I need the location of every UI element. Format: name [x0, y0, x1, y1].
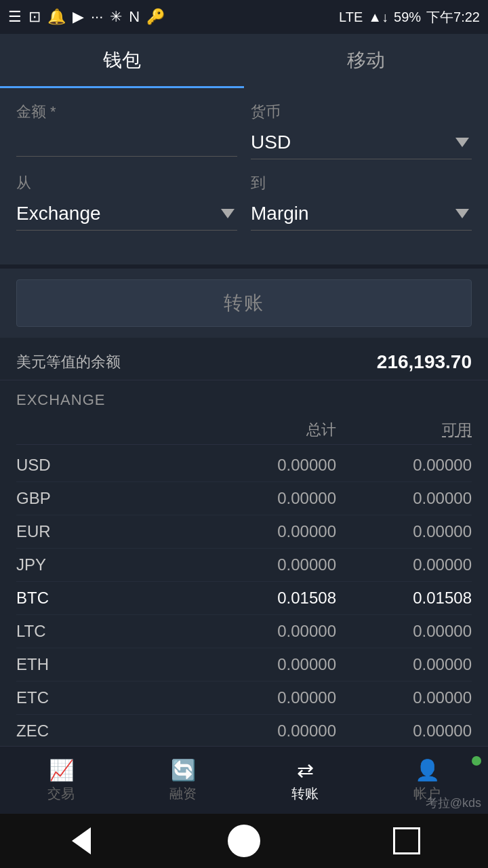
currency-label: 货币 — [251, 102, 472, 122]
to-label: 到 — [251, 173, 472, 193]
table-row: BTC 0.01508 0.01508 — [16, 582, 472, 615]
balance-value: 216,193.70 — [377, 351, 472, 373]
table-row: EUR 0.00000 0.00000 — [16, 515, 472, 549]
status-icon-2: ⊡ — [28, 8, 41, 26]
status-left-icons: ☰ ⊡ 🔔 ▶ ··· ✳ N 🔑 — [8, 8, 165, 26]
cell-available: 0.00000 — [336, 489, 472, 508]
finance-icon: 🔄 — [171, 758, 196, 782]
status-lte: LTE — [339, 9, 363, 25]
from-select[interactable]: Exchange — [16, 197, 237, 231]
amount-field-col: 金额 * — [16, 102, 237, 159]
cell-available: 0.00000 — [336, 688, 472, 707]
status-bar: ☰ ⊡ 🔔 ▶ ··· ✳ N 🔑 LTE ▲↓ 59% 下午7:22 — [0, 0, 488, 34]
back-button[interactable] — [61, 821, 102, 861]
status-battery: 59% — [394, 9, 421, 25]
cell-name: JPY — [16, 555, 201, 574]
home-icon — [228, 825, 260, 857]
cell-total: 0.00000 — [201, 456, 336, 475]
transfer-button-wrap: 转账 — [0, 269, 488, 338]
cell-available: 0.00000 — [336, 456, 472, 475]
status-icon-nfc: N — [129, 8, 140, 26]
account-dot — [472, 756, 481, 766]
status-icon-dots: ··· — [91, 8, 103, 26]
status-icon-send: ▶ — [73, 8, 84, 26]
status-icon-bell: 🔔 — [47, 8, 66, 26]
cell-total: 0.00000 — [201, 722, 336, 741]
account-icon: 👤 — [415, 758, 440, 782]
from-chevron-icon — [221, 209, 235, 218]
cell-name: LTC — [16, 622, 201, 641]
home-button[interactable] — [224, 821, 264, 861]
currency-chevron-icon — [455, 138, 469, 147]
col-header-currency — [16, 420, 201, 440]
to-chevron-icon — [455, 209, 469, 218]
table-row: USD 0.00000 0.00000 — [16, 449, 472, 482]
nav-finance[interactable]: 🔄 融资 — [122, 747, 244, 814]
cell-name: USD — [16, 456, 201, 475]
cell-name: EUR — [16, 522, 201, 541]
cell-total: 0.01508 — [201, 589, 336, 608]
col-header-total: 总计 — [201, 420, 336, 440]
cell-available: 0.00000 — [336, 555, 472, 574]
table-header: 总计 可用 — [16, 416, 472, 445]
cell-available: 0.01508 — [336, 589, 472, 608]
back-icon — [72, 827, 91, 854]
status-icon-bt: ✳ — [110, 8, 122, 26]
from-field-col: 从 Exchange — [16, 173, 237, 231]
to-field-col: 到 Margin — [251, 173, 472, 231]
cell-total: 0.00000 — [201, 622, 336, 641]
amount-input[interactable] — [16, 126, 237, 157]
cell-available: 0.00000 — [336, 655, 472, 674]
table-row: ETH 0.00000 0.00000 — [16, 648, 472, 682]
cell-name: ETH — [16, 655, 201, 674]
cell-name: ZEC — [16, 722, 201, 741]
currency-field-col: 货币 USD — [251, 102, 472, 159]
table-row: ETC 0.00000 0.00000 — [16, 682, 472, 715]
nav-trade[interactable]: 📈 交易 — [0, 747, 122, 814]
balance-section: 美元等值的余额 216,193.70 — [0, 338, 488, 380]
recent-button[interactable] — [386, 821, 427, 861]
transfer-form: 金额 * 货币 USD 从 Exchange — [0, 88, 488, 269]
status-icon-1: ☰ — [8, 8, 22, 26]
cell-total: 0.00000 — [201, 489, 336, 508]
nav-trade-label: 交易 — [47, 785, 75, 803]
table-row: JPY 0.00000 0.00000 — [16, 549, 472, 582]
table-row: ZEC 0.00000 0.00000 — [16, 715, 472, 748]
nav-finance-label: 融资 — [169, 785, 197, 803]
table-row: LTC 0.00000 0.00000 — [16, 615, 472, 648]
cell-available: 0.00000 — [336, 522, 472, 541]
cell-name: GBP — [16, 489, 201, 508]
bottom-nav: 📈 交易 🔄 融资 ⇄ 转账 👤 帐户 — [0, 746, 488, 814]
amount-label: 金额 * — [16, 102, 237, 122]
from-label: 从 — [16, 173, 237, 193]
balance-label: 美元等值的余额 — [16, 352, 121, 372]
transfer-button[interactable]: 转账 — [16, 279, 472, 327]
cell-name: BTC — [16, 589, 201, 608]
status-icon-key: 🔑 — [146, 8, 165, 26]
nav-transfer-label: 转账 — [291, 785, 319, 803]
currency-select[interactable]: USD — [251, 126, 472, 159]
status-signal: ▲↓ — [368, 9, 388, 25]
recent-icon — [393, 827, 420, 854]
status-right-icons: LTE ▲↓ 59% 下午7:22 — [339, 8, 480, 26]
cell-name: ETC — [16, 688, 201, 707]
cell-available: 0.00000 — [336, 622, 472, 641]
tab-wallet[interactable]: 钱包 — [0, 34, 244, 88]
top-tab-bar: 钱包 移动 — [0, 34, 488, 88]
status-time: 下午7:22 — [426, 8, 480, 26]
system-nav — [0, 814, 488, 868]
cell-total: 0.00000 — [201, 655, 336, 674]
watermark: 考拉@kds — [426, 795, 481, 811]
cell-available: 0.00000 — [336, 722, 472, 741]
to-select[interactable]: Margin — [251, 197, 472, 231]
table-row: GBP 0.00000 0.00000 — [16, 482, 472, 515]
trade-icon: 📈 — [49, 758, 74, 782]
tab-move[interactable]: 移动 — [244, 34, 488, 88]
cell-total: 0.00000 — [201, 688, 336, 707]
nav-transfer[interactable]: ⇄ 转账 — [244, 747, 366, 814]
col-header-available: 可用 — [336, 420, 472, 440]
transfer-icon: ⇄ — [297, 758, 314, 782]
cell-total: 0.00000 — [201, 555, 336, 574]
cell-total: 0.00000 — [201, 522, 336, 541]
exchange-header: EXCHANGE — [16, 391, 472, 409]
